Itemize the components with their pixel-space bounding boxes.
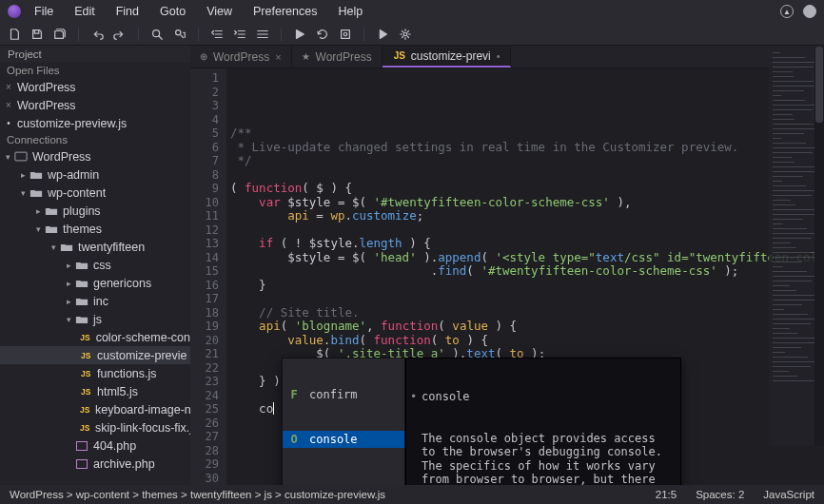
- line-gutter: 1234567891011121314151617181920212223242…: [190, 68, 226, 485]
- chevron-down-icon[interactable]: ▾: [32, 224, 44, 234]
- editor-tab[interactable]: JS customize-previ •: [383, 46, 511, 68]
- tree-label: css: [93, 259, 111, 272]
- save-all-icon[interactable]: [53, 28, 67, 41]
- tree-folder[interactable]: ▾ js: [0, 310, 190, 328]
- svg-rect-2: [342, 29, 350, 38]
- menu-goto[interactable]: Goto: [160, 5, 186, 18]
- user-icon[interactable]: [803, 5, 816, 18]
- tree-label: genericons: [93, 277, 151, 290]
- open-file-item[interactable]: • customize-preview.js: [0, 114, 190, 132]
- close-icon[interactable]: ×: [4, 100, 13, 110]
- target-icon[interactable]: [339, 28, 352, 41]
- tree-label: html5.js: [97, 385, 138, 398]
- menu-view[interactable]: View: [206, 5, 232, 18]
- chevron-right-icon[interactable]: ▸: [63, 279, 74, 288]
- new-file-icon[interactable]: [8, 28, 21, 41]
- tree-file[interactable]: JS html5.js: [0, 382, 190, 400]
- tree-label: keyboard-image-na: [95, 403, 190, 417]
- menu-preferences[interactable]: Preferences: [253, 5, 317, 18]
- chevron-down-icon[interactable]: ▾: [48, 242, 59, 252]
- editor-body[interactable]: 1234567891011121314151617181920212223242…: [190, 68, 824, 485]
- tree-file[interactable]: JS keyboard-image-na: [0, 400, 190, 418]
- option-label: console: [309, 433, 358, 447]
- chevron-right-icon[interactable]: ▸: [63, 297, 74, 306]
- status-bar: WordPress > wp-content > themes > twenty…: [0, 485, 824, 504]
- tree-folder[interactable]: ▸ css: [0, 256, 190, 274]
- tree-label: wp-admin: [48, 168, 99, 182]
- close-icon[interactable]: ×: [4, 82, 13, 92]
- tree-folder[interactable]: ▸ genericons: [0, 274, 190, 292]
- chevron-right-icon[interactable]: ▸: [32, 206, 44, 216]
- folder-icon: [74, 313, 89, 326]
- tree-file[interactable]: JS functions.js: [0, 364, 190, 382]
- project-header: Project: [0, 46, 190, 63]
- wp-icon: ⊕: [200, 51, 207, 62]
- tree-file[interactable]: archive.php: [0, 455, 190, 473]
- stop-reload-icon[interactable]: [316, 28, 329, 41]
- tree-label: color-scheme-con: [96, 331, 190, 344]
- tree-label: WordPress: [32, 150, 91, 164]
- indent-icon[interactable]: [233, 28, 246, 41]
- close-icon[interactable]: ×: [275, 51, 281, 63]
- tree-folder[interactable]: ▸ plugins: [0, 202, 190, 220]
- menu-help[interactable]: Help: [338, 5, 363, 18]
- editor-tab[interactable]: ⊕ WordPress ×: [190, 46, 292, 68]
- js-icon: JS: [78, 403, 91, 417]
- chevron-right-icon[interactable]: ▸: [17, 170, 29, 180]
- undo-icon[interactable]: [90, 28, 104, 41]
- code-area[interactable]: /** * Live-update changed settings in re…: [226, 68, 824, 485]
- save-icon[interactable]: [30, 28, 44, 41]
- tree-folder[interactable]: ▾ twentyfifteen: [0, 238, 190, 256]
- scrollbar-thumb[interactable]: [815, 47, 823, 123]
- tree-file[interactable]: JS color-scheme-con: [0, 328, 190, 346]
- tree-folder[interactable]: ▸ inc: [0, 292, 190, 310]
- title-right-icons: ▲: [780, 5, 816, 18]
- chevron-down-icon[interactable]: ▾: [63, 315, 74, 324]
- tree-file[interactable]: JS skip-link-focus-fix.j: [0, 418, 190, 436]
- notification-icon[interactable]: ▲: [780, 5, 794, 18]
- tree-file[interactable]: JS customize-previe: [0, 346, 190, 364]
- tree-label: twentyfifteen: [78, 241, 145, 254]
- menu-find[interactable]: Find: [116, 5, 139, 18]
- settings-icon[interactable]: [399, 28, 412, 41]
- tree-root[interactable]: ▾ WordPress: [0, 147, 190, 165]
- autocomplete-list: F confirm O console: [282, 358, 405, 485]
- kind-badge: O: [288, 433, 300, 447]
- js-icon: JS: [78, 349, 93, 362]
- tree-folder[interactable]: ▾ themes: [0, 220, 190, 238]
- open-file-item[interactable]: × WordPress: [0, 78, 190, 96]
- autocomplete-option[interactable]: F confirm: [283, 386, 404, 403]
- menu-edit[interactable]: Edit: [74, 5, 95, 18]
- folder-icon: [59, 241, 74, 254]
- tree-folder[interactable]: ▾ wp-content: [0, 184, 190, 202]
- connections-label: Connections: [0, 132, 190, 147]
- chevron-down-icon[interactable]: ▾: [17, 188, 29, 198]
- outdent-icon[interactable]: [210, 28, 224, 41]
- open-file-item[interactable]: × WordPress: [0, 96, 190, 114]
- indentation[interactable]: Spaces: 2: [696, 489, 744, 500]
- autocomplete-option[interactable]: O console: [283, 431, 404, 448]
- open-file-label: WordPress: [17, 81, 76, 94]
- doc-body: The console object provides access to th…: [422, 432, 673, 486]
- tree-label: skip-link-focus-fix.j: [95, 421, 190, 435]
- run-icon[interactable]: [293, 28, 306, 41]
- editor-tabs: ⊕ WordPress × ★ WordPress JS customize-p…: [190, 46, 824, 68]
- scrollbar-vertical[interactable]: [814, 47, 824, 446]
- chevron-down-icon[interactable]: ▾: [2, 152, 13, 162]
- search-icon[interactable]: [150, 28, 164, 41]
- tree-file[interactable]: 404.php: [0, 436, 190, 455]
- cursor-position[interactable]: 21:5: [656, 489, 677, 500]
- editor-tab[interactable]: ★ WordPress: [292, 46, 383, 68]
- play-icon[interactable]: [376, 28, 389, 41]
- chevron-right-icon[interactable]: ▸: [63, 261, 74, 270]
- menu-bar: File Edit Find Goto View Preferences Hel…: [0, 0, 824, 23]
- menu-file[interactable]: File: [34, 5, 53, 18]
- dirty-icon[interactable]: •: [4, 118, 13, 128]
- replace-icon[interactable]: [173, 28, 186, 41]
- breadcrumb[interactable]: WordPress > wp-content > themes > twenty…: [10, 489, 637, 500]
- dedent-block-icon[interactable]: [256, 28, 269, 41]
- redo-icon[interactable]: [113, 28, 127, 41]
- tree-folder[interactable]: ▸ wp-admin: [0, 165, 190, 184]
- language-mode[interactable]: JavaScript: [763, 489, 814, 500]
- js-icon: JS: [78, 331, 92, 344]
